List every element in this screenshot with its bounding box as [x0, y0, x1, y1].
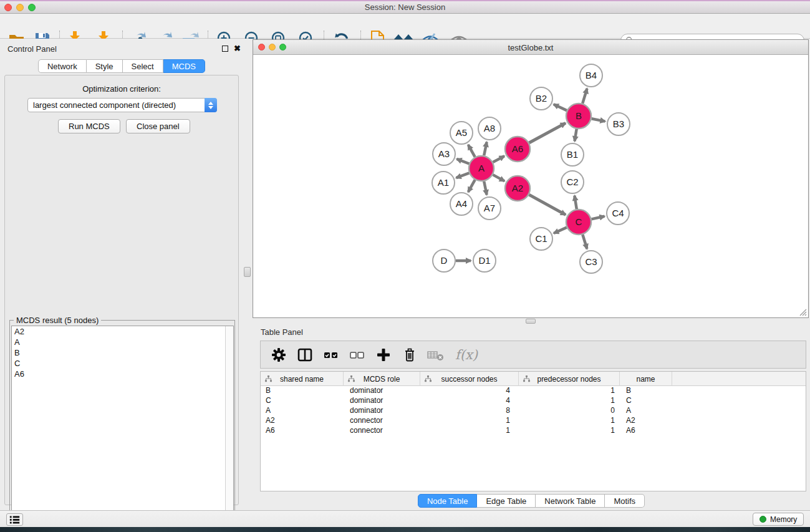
list-scrollbar[interactable] — [225, 326, 233, 532]
tab-mcds[interactable]: MCDS — [163, 59, 205, 73]
table-options-button[interactable] — [269, 346, 288, 364]
table-cell[interactable]: connector — [344, 416, 420, 426]
edge-A-A1[interactable] — [456, 173, 470, 178]
node-A2[interactable]: A2 — [505, 176, 530, 201]
table-cell[interactable]: dominator — [344, 386, 420, 396]
node-A8[interactable]: A8 — [478, 117, 501, 140]
edge-C-C4[interactable] — [592, 216, 605, 220]
table-cell[interactable]: 1 — [420, 416, 519, 426]
edge-C-C3[interactable] — [582, 235, 587, 249]
table-row[interactable]: A6connector11A6 — [261, 426, 806, 436]
tab-edge-table[interactable]: Edge Table — [477, 494, 536, 508]
node-table[interactable]: shared name MCDS role successor nodes — [260, 371, 806, 491]
node-B3[interactable]: B3 — [607, 113, 630, 135]
vertical-split-divider[interactable] — [243, 39, 253, 510]
column-header-predecessor-nodes[interactable]: predecessor nodes — [519, 372, 620, 386]
table-cell[interactable]: A2 — [261, 416, 344, 426]
tab-select[interactable]: Select — [123, 59, 163, 73]
node-A5[interactable]: A5 — [450, 122, 473, 144]
table-cell[interactable]: 1 — [519, 386, 620, 396]
window-resize-grip[interactable] — [799, 308, 807, 316]
edge-A-A5[interactable] — [468, 145, 475, 157]
edge-A-A4[interactable] — [468, 180, 475, 192]
edge-B-B1[interactable] — [575, 129, 577, 142]
table-cell[interactable]: A — [620, 406, 672, 416]
tab-style[interactable]: Style — [87, 59, 123, 73]
close-panel-icon[interactable]: ✖ — [234, 46, 241, 52]
table-cell[interactable]: 1 — [519, 416, 620, 426]
tab-motifs[interactable]: Motifs — [605, 494, 645, 508]
table-cell[interactable]: 1 — [420, 426, 519, 436]
delete-column-button[interactable] — [400, 346, 419, 364]
network-graph[interactable]: B4B2BB3A8A5A6A3B1AA1C2A2A4A7C4CC1DD1C3 — [253, 55, 808, 317]
edge-A-A8[interactable] — [484, 142, 486, 156]
table-row[interactable]: A2connector11A2 — [261, 416, 806, 426]
table-cell[interactable]: connector — [344, 426, 420, 436]
column-header-mcds-role[interactable]: MCDS role — [344, 372, 420, 386]
node-D[interactable]: D — [433, 249, 455, 272]
table-cell[interactable]: 4 — [420, 386, 519, 396]
mcds-result-item[interactable]: A — [12, 337, 233, 347]
table-cell[interactable]: B — [620, 386, 672, 396]
mcds-result-list[interactable]: A2ABCA6 — [11, 326, 234, 532]
node-A4[interactable]: A4 — [450, 193, 473, 215]
tab-node-table[interactable]: Node Table — [418, 494, 478, 508]
mcds-result-item[interactable]: C — [12, 358, 233, 369]
split-handle[interactable] — [526, 319, 536, 324]
edge-A-A2[interactable] — [493, 175, 504, 181]
node-C[interactable]: C — [566, 210, 591, 235]
float-panel-icon[interactable] — [222, 46, 228, 52]
network-canvas[interactable]: B4B2BB3A8A5A6A3B1AA1C2A2A4A7C4CC1DD1C3 — [253, 55, 808, 317]
tab-network[interactable]: Network — [38, 59, 87, 73]
node-A[interactable]: A — [469, 156, 494, 181]
node-C4[interactable]: C4 — [607, 202, 629, 225]
node-B1[interactable]: B1 — [561, 143, 584, 166]
edge-A-A3[interactable] — [457, 159, 470, 164]
table-row[interactable]: Adominator80A — [261, 406, 806, 416]
horizontal-split-divider[interactable] — [253, 318, 810, 324]
table-cell[interactable]: dominator — [344, 396, 420, 406]
node-B[interactable]: B — [566, 104, 591, 128]
node-A1[interactable]: A1 — [432, 172, 455, 194]
column-header-successor-nodes[interactable]: successor nodes — [420, 372, 519, 386]
edge-B-B4[interactable] — [582, 89, 587, 104]
edge-B-B3[interactable] — [592, 118, 605, 121]
column-header-shared-name[interactable]: shared name — [261, 372, 344, 386]
graph-nodes[interactable]: B4B2BB3A8A5A6A3B1AA1C2A2A4A7C4CC1DD1C3 — [432, 64, 630, 273]
edge-A6-B[interactable] — [529, 123, 566, 143]
close-panel-button[interactable]: Close panel — [126, 119, 190, 133]
table-cell[interactable]: A — [261, 406, 344, 416]
mcds-result-item[interactable]: B — [12, 347, 233, 358]
table-cell[interactable]: B — [261, 386, 344, 396]
edge-A2-C[interactable] — [529, 195, 566, 215]
table-cell[interactable]: A6 — [261, 426, 344, 436]
table-cell[interactable]: 8 — [420, 406, 519, 416]
node-B2[interactable]: B2 — [530, 87, 552, 110]
show-columns-button[interactable] — [296, 346, 314, 364]
column-header-name[interactable]: name — [620, 372, 672, 386]
criterion-select[interactable]: largest connected component (directed) — [27, 98, 217, 112]
table-cell[interactable]: dominator — [344, 406, 420, 416]
split-handle[interactable] — [244, 267, 251, 277]
node-D1[interactable]: D1 — [473, 249, 496, 272]
node-C1[interactable]: C1 — [530, 228, 552, 250]
table-cell[interactable]: 1 — [519, 396, 620, 406]
node-A3[interactable]: A3 — [433, 143, 455, 165]
table-body[interactable]: Bdominator41BCdominator41CAdominator80AA… — [261, 386, 806, 436]
edge-A-A6[interactable] — [493, 156, 504, 162]
node-B4[interactable]: B4 — [580, 64, 602, 87]
edge-C-C2[interactable] — [574, 196, 576, 210]
table-cell[interactable]: A6 — [620, 426, 672, 436]
table-cell[interactable]: C — [261, 396, 344, 406]
table-cell[interactable]: 0 — [519, 406, 620, 416]
node-A6[interactable]: A6 — [505, 137, 530, 162]
node-A7[interactable]: A7 — [478, 197, 501, 220]
node-C2[interactable]: C2 — [561, 171, 584, 193]
table-cell[interactable]: 4 — [420, 396, 519, 406]
node-C3[interactable]: C3 — [580, 251, 602, 273]
mcds-result-item[interactable]: A2 — [12, 326, 233, 337]
mcds-result-item[interactable]: A6 — [12, 369, 233, 379]
table-cell[interactable]: C — [620, 396, 672, 406]
table-cell[interactable]: 1 — [519, 426, 620, 436]
edge-B-B2[interactable] — [554, 104, 567, 110]
